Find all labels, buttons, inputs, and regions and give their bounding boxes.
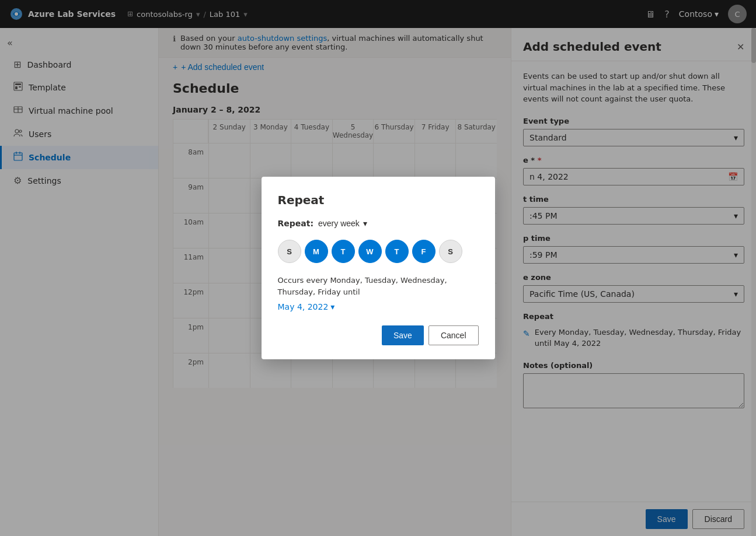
repeat-modal: Repeat Repeat: every week ▾ SMTWTFS Occu… [262,177,495,359]
frequency-chevron-icon: ▾ [363,219,367,228]
day-btn-3[interactable]: W [358,240,382,263]
until-date-button[interactable]: May 4, 2022 ▾ [278,302,335,311]
modal-footer: Save Cancel [278,325,479,345]
modal-cancel-button[interactable]: Cancel [428,325,479,345]
modal-overlay[interactable]: Repeat Repeat: every week ▾ SMTWTFS Occu… [0,0,756,536]
modal-title: Repeat [278,193,479,207]
until-chevron-icon: ▾ [330,302,335,311]
modal-save-button[interactable]: Save [382,325,424,345]
modal-repeat-label: Repeat: [278,219,314,228]
frequency-select[interactable]: every week ▾ [318,219,367,228]
day-btn-0[interactable]: S [278,240,301,263]
day-btn-4[interactable]: T [385,240,409,263]
occurs-text: Occurs every Monday, Tuesday, Wednesday,… [278,275,479,297]
day-btn-6[interactable]: S [439,240,462,263]
day-btn-2[interactable]: T [332,240,355,263]
modal-repeat-row: Repeat: every week ▾ [278,219,479,228]
frequency-value: every week [318,219,360,228]
day-buttons: SMTWTFS [278,240,479,263]
day-btn-1[interactable]: M [305,240,328,263]
day-btn-5[interactable]: F [412,240,436,263]
